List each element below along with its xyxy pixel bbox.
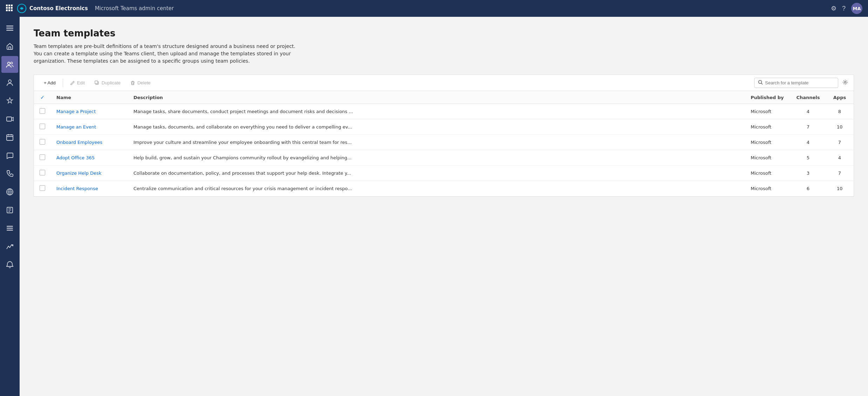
page-description: Team templates are pre-built definitions… bbox=[34, 43, 300, 65]
row-apps-cell: 10 bbox=[826, 181, 854, 196]
row-apps-cell: 7 bbox=[826, 135, 854, 150]
delete-button[interactable]: Delete bbox=[126, 78, 155, 88]
row-apps-cell: 4 bbox=[826, 150, 854, 166]
table-row: Manage a Project Manage tasks, share doc… bbox=[34, 104, 854, 119]
table-header-row: ✓ Name Description Published by Channels… bbox=[34, 91, 854, 104]
row-checkbox[interactable] bbox=[40, 139, 45, 145]
row-checkbox[interactable] bbox=[40, 124, 45, 129]
row-checkbox[interactable] bbox=[40, 108, 45, 114]
select-all-checkbox[interactable]: ✓ bbox=[40, 95, 45, 100]
table-row: Manage an Event Manage tasks, documents,… bbox=[34, 119, 854, 135]
org-name: Contoso Electronics bbox=[29, 5, 88, 12]
help-button[interactable]: ? bbox=[842, 5, 846, 12]
column-name: Name bbox=[51, 91, 128, 104]
top-nav-right: ⚙ ? MA bbox=[831, 3, 862, 14]
row-channels-cell: 7 bbox=[791, 119, 826, 135]
row-name-link[interactable]: Manage an Event bbox=[56, 124, 96, 130]
search-input[interactable] bbox=[765, 80, 834, 85]
row-name-link[interactable]: Adopt Office 365 bbox=[56, 155, 95, 160]
sidebar-item-meetings[interactable] bbox=[1, 111, 18, 127]
svg-rect-8 bbox=[11, 9, 13, 11]
page-title: Team templates bbox=[34, 28, 854, 39]
sidebar-item-users[interactable] bbox=[1, 74, 18, 91]
row-published-by-cell: Microsoft bbox=[745, 119, 791, 135]
row-name-cell: Manage a Project bbox=[51, 104, 128, 119]
svg-point-15 bbox=[8, 80, 11, 83]
sidebar-item-home[interactable] bbox=[1, 38, 18, 55]
row-name-cell: Organize Help Desk bbox=[51, 166, 128, 181]
row-description-cell: Manage tasks, documents, and collaborate… bbox=[128, 119, 745, 135]
svg-point-28 bbox=[845, 81, 846, 83]
row-published-by-cell: Microsoft bbox=[745, 150, 791, 166]
row-description-cell: Manage tasks, share documents, conduct p… bbox=[128, 104, 745, 119]
sidebar-item-notifications[interactable] bbox=[1, 256, 18, 273]
row-channels-cell: 4 bbox=[791, 104, 826, 119]
sidebar-item-calendar[interactable] bbox=[1, 129, 18, 146]
app-title: Microsoft Teams admin center bbox=[95, 5, 174, 12]
row-checkbox-cell bbox=[34, 135, 51, 150]
sidebar-item-teams[interactable] bbox=[1, 56, 18, 73]
settings-button[interactable]: ⚙ bbox=[831, 5, 836, 12]
svg-rect-0 bbox=[6, 5, 8, 6]
row-checkbox[interactable] bbox=[40, 170, 45, 175]
row-name-link[interactable]: Organize Help Desk bbox=[56, 171, 101, 176]
row-name-cell: Adopt Office 365 bbox=[51, 150, 128, 166]
sidebar-item-phone[interactable] bbox=[1, 165, 18, 182]
row-published-by-cell: Microsoft bbox=[745, 181, 791, 196]
sidebar-item-messaging[interactable] bbox=[1, 147, 18, 164]
edit-button[interactable]: Edit bbox=[66, 78, 89, 88]
svg-rect-16 bbox=[7, 117, 12, 121]
duplicate-label: Duplicate bbox=[102, 80, 120, 85]
svg-rect-2 bbox=[11, 5, 13, 6]
svg-rect-4 bbox=[8, 7, 10, 9]
grid-icon[interactable] bbox=[6, 4, 13, 13]
table-row: Onboard Employees Improve your culture a… bbox=[34, 135, 854, 150]
svg-rect-10 bbox=[6, 26, 13, 27]
templates-table: ✓ Name Description Published by Channels… bbox=[34, 91, 854, 196]
column-check: ✓ bbox=[34, 91, 51, 104]
row-published-by-cell: Microsoft bbox=[745, 166, 791, 181]
row-name-cell: Onboard Employees bbox=[51, 135, 128, 150]
svg-point-26 bbox=[759, 81, 762, 84]
toolbar-separator bbox=[63, 79, 63, 87]
svg-rect-7 bbox=[8, 9, 10, 11]
sidebar-item-reports1[interactable] bbox=[1, 202, 18, 218]
row-checkbox-cell bbox=[34, 166, 51, 181]
sidebar-item-locations[interactable] bbox=[1, 183, 18, 200]
row-description-cell: Improve your culture and streamline your… bbox=[128, 135, 745, 150]
search-box[interactable] bbox=[754, 78, 838, 88]
column-description: Description bbox=[128, 91, 745, 104]
edit-label: Edit bbox=[77, 80, 85, 85]
row-name-link[interactable]: Onboard Employees bbox=[56, 140, 102, 145]
sidebar-item-reports2[interactable] bbox=[1, 220, 18, 237]
search-icon bbox=[758, 80, 763, 86]
row-description-cell: Centralize communication and critical re… bbox=[128, 181, 745, 196]
sidebar-item-analytics[interactable] bbox=[1, 238, 18, 255]
duplicate-button[interactable]: Duplicate bbox=[90, 78, 125, 88]
top-nav-left: Contoso Electronics Microsoft Teams admi… bbox=[6, 4, 825, 13]
svg-rect-17 bbox=[7, 135, 13, 140]
row-apps-cell: 10 bbox=[826, 119, 854, 135]
content-area: Team templates Team templates are pre-bu… bbox=[20, 17, 868, 396]
table-row: Organize Help Desk Collaborate on docume… bbox=[34, 166, 854, 181]
table-settings-button[interactable] bbox=[842, 79, 848, 86]
row-name-cell: Manage an Event bbox=[51, 119, 128, 135]
row-checkbox-cell bbox=[34, 104, 51, 119]
row-name-link[interactable]: Incident Response bbox=[56, 186, 98, 191]
row-checkbox[interactable] bbox=[40, 154, 45, 160]
svg-rect-21 bbox=[7, 226, 13, 227]
add-button[interactable]: + Add bbox=[40, 78, 60, 88]
row-published-by-cell: Microsoft bbox=[745, 104, 791, 119]
table-row: Adopt Office 365 Help build, grow, and s… bbox=[34, 150, 854, 166]
row-name-link[interactable]: Manage a Project bbox=[56, 109, 96, 114]
user-avatar[interactable]: MA bbox=[851, 3, 862, 14]
row-channels-cell: 5 bbox=[791, 150, 826, 166]
row-channels-cell: 4 bbox=[791, 135, 826, 150]
sidebar-item-hamburger[interactable] bbox=[1, 20, 18, 36]
row-channels-cell: 3 bbox=[791, 166, 826, 181]
row-checkbox[interactable] bbox=[40, 185, 45, 191]
svg-rect-1 bbox=[8, 5, 10, 6]
column-published-by: Published by bbox=[745, 91, 791, 104]
sidebar-item-apps[interactable] bbox=[1, 92, 18, 109]
sidebar bbox=[0, 17, 20, 396]
